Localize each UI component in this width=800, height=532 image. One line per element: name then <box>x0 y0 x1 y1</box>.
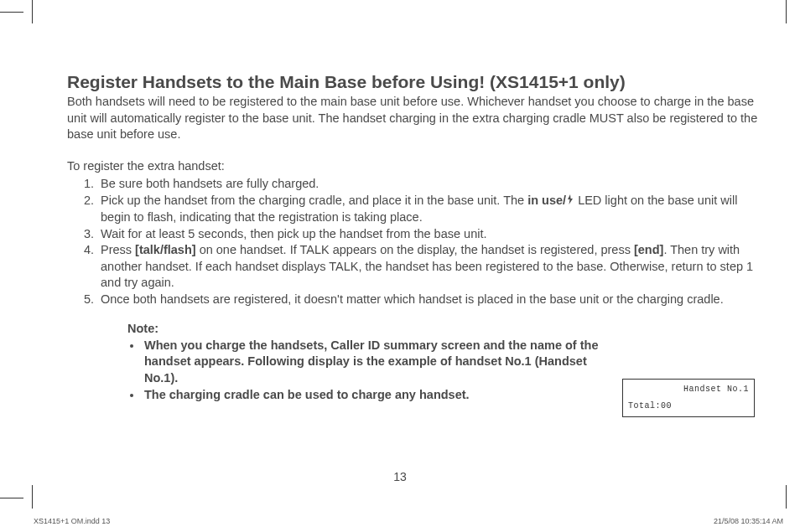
intro-paragraph: Both handsets will need to be registered… <box>67 94 760 143</box>
step-5: Once both handsets are registered, it do… <box>97 292 760 308</box>
footer-left: XS1415+1 OM.indd 13 <box>34 517 110 525</box>
step-2-text-a: Pick up the handset from the charging cr… <box>101 194 527 207</box>
footer-right: 21/5/08 10:35:14 AM <box>714 517 783 525</box>
heading: Register Handsets to the Main Base befor… <box>67 71 760 92</box>
step-1: Be sure both handsets are fully charged. <box>97 176 760 193</box>
step-4-text-b: on one handset. If TALK appears on the d… <box>196 243 634 256</box>
lcd-line-1: Handset No.1 <box>683 385 749 394</box>
note-item-1: When you charge the handsets, Caller ID … <box>143 338 614 387</box>
step-4-text-a: Press <box>101 243 135 256</box>
footer: XS1415+1 OM.indd 13 21/5/08 10:35:14 AM <box>34 517 783 525</box>
page-number: 13 <box>0 470 800 483</box>
lcd-display: Handset No.1 Total:00 <box>622 379 755 417</box>
note-block: Note: When you charge the handsets, Call… <box>127 321 614 403</box>
note-item-2: The charging cradle can be used to charg… <box>143 387 614 404</box>
subheading: To register the extra handset: <box>67 158 760 175</box>
step-2: Pick up the handset from the charging cr… <box>97 193 760 226</box>
page-content: Register Handsets to the Main Base befor… <box>67 71 760 482</box>
note-label: Note: <box>127 321 614 338</box>
steps-list: Be sure both handsets are fully charged.… <box>67 176 760 307</box>
lcd-line-2: Total:00 <box>628 401 672 411</box>
step-4-bold-1: [talk/flash] <box>135 243 196 256</box>
step-3: Wait for at least 5 seconds, then pick u… <box>97 226 760 243</box>
step-4-bold-2: [end] <box>634 243 663 256</box>
step-4: Press [talk/flash] on one handset. If TA… <box>97 242 760 292</box>
step-2-bold: in use/ <box>527 194 566 207</box>
lightning-icon <box>566 193 574 209</box>
